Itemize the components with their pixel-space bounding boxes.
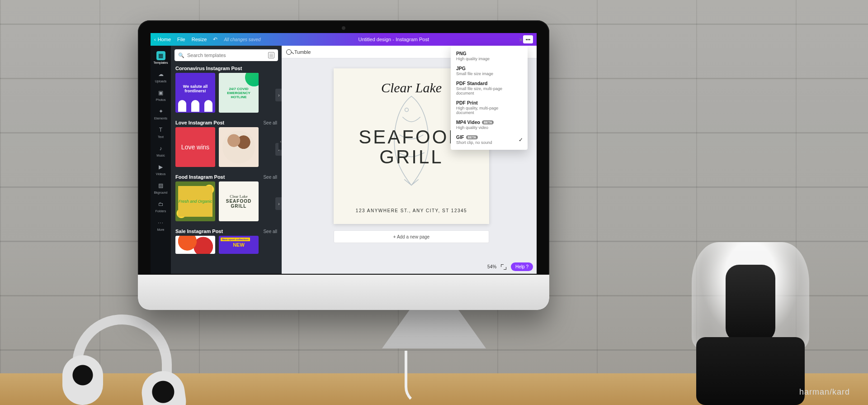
export-option-pdf-standard[interactable]: PDF StandardSmall file size, multi-page … [451, 78, 528, 98]
section-head-0: Coronavirus Instagram Post [171, 63, 282, 73]
nav-photos[interactable]: ▣ Photos [151, 86, 171, 103]
template-search[interactable]: 🔍 [175, 49, 278, 61]
search-icon: 🔍 [178, 52, 184, 58]
templates-icon: ▦ [156, 51, 165, 60]
imac-monitor: ‹ Home File Resize ↶ All changes saved U… [138, 20, 549, 310]
speaker-brand-text: harman/kard [799, 387, 850, 397]
elements-icon: ✦ [156, 107, 165, 116]
nav-folders[interactable]: 🗀 Folders [151, 197, 171, 214]
nav-bkground[interactable]: ▨ Bkground [151, 178, 171, 196]
nav-label: Elements [154, 117, 167, 120]
resize-menu[interactable]: Resize [192, 37, 207, 42]
music-icon: ♪ [156, 144, 165, 153]
webcam-dot [342, 26, 345, 30]
nav-videos[interactable]: ▶ Videos [151, 160, 171, 177]
see-all-link[interactable]: See all [263, 120, 277, 125]
add-page-button[interactable]: + Add a new page [334, 230, 489, 243]
nav-label: Templates [154, 61, 168, 64]
nav-text[interactable]: T Text [151, 123, 171, 140]
nav-label: Music [156, 154, 165, 157]
close-icon[interactable]: × [517, 36, 525, 44]
nav-label: Bkground [154, 191, 168, 194]
nav-more[interactable]: ··· More [151, 215, 171, 233]
uploads-icon: ☁ [156, 70, 165, 79]
headphones-prop [54, 296, 190, 405]
text-icon: T [156, 125, 165, 134]
beta-badge: BETA [482, 120, 494, 124]
nav-label: Videos [156, 172, 165, 176]
export-option-mp4-video[interactable]: MP4 VideoBETAHigh quality video [451, 117, 528, 132]
template-thumb[interactable]: We salute all frontliners! [175, 73, 215, 113]
photos-icon: ▣ [156, 88, 165, 97]
section-head-1: Love Instagram Post See all [171, 117, 282, 127]
nav-label: Folders [156, 210, 166, 213]
nav-uploads[interactable]: ☁ Uploads [151, 67, 171, 85]
section-name: Food Instagram Post [175, 174, 225, 180]
app-screen: ‹ Home File Resize ↶ All changes saved U… [151, 33, 537, 274]
left-nav-rail: ▦ Templates☁ Uploads▣ Photos✦ ElementsT … [151, 46, 171, 274]
nav-templates[interactable]: ▦ Templates [151, 48, 171, 66]
export-option-jpg[interactable]: JPGSmall file size image [451, 63, 528, 78]
document-title[interactable]: Untitled design - Instagram Post [358, 37, 429, 42]
speaker-prop: harman/kard [692, 242, 809, 405]
export-option-pdf-print[interactable]: PDF PrintHigh quality, multi-page docume… [451, 98, 528, 117]
effect-label[interactable]: Tumble [294, 49, 311, 55]
home-button[interactable]: ‹ Home [154, 37, 171, 42]
nav-label: Photos [156, 98, 166, 101]
template-thumb[interactable]: New sport collection NEW [219, 236, 259, 254]
beta-badge: BETA [466, 135, 478, 139]
save-status: All changes saved [224, 37, 260, 42]
filter-icon[interactable] [268, 52, 274, 58]
check-icon: ✓ [519, 137, 523, 143]
monitor-chin [138, 275, 549, 310]
chevron-left-icon: ‹ [154, 37, 156, 42]
dots-icon: ••• [526, 37, 531, 42]
file-menu[interactable]: File [177, 37, 185, 42]
template-thumb[interactable] [219, 127, 259, 167]
section-head-3: Sale Instagram Post See all [171, 226, 282, 236]
section-name: Sale Instagram Post [175, 229, 223, 234]
row-next-icon[interactable]: › [275, 89, 282, 101]
nav-label: More [157, 228, 165, 231]
effect-wand-icon[interactable] [286, 49, 292, 55]
export-option-png[interactable]: PNGHigh quality image [451, 48, 528, 63]
zoom-controls: 54% Help ? [487, 262, 533, 271]
see-all-link[interactable]: See all [263, 175, 277, 180]
address-text[interactable]: 123 ANYWHERE ST., ANY CITY, ST 12345 [356, 208, 467, 213]
help-button[interactable]: Help ? [511, 262, 533, 271]
svg-point-0 [405, 108, 409, 112]
bkground-icon: ▨ [156, 181, 165, 190]
search-input[interactable] [187, 52, 265, 58]
nav-label: Text [158, 135, 164, 138]
folders-icon: 🗀 [156, 200, 165, 209]
template-thumb[interactable]: 24/7 COVID EMERGENCY HOTLINE [219, 73, 259, 113]
nav-music[interactable]: ♪ Music [151, 141, 171, 159]
monitor-cable [405, 351, 441, 405]
section-head-2: Food Instagram Post See all [171, 172, 282, 181]
headline-text[interactable]: SEAFOOD GRILL [359, 127, 464, 167]
templates-panel: 🔍 Coronavirus Instagram Post We salute a… [171, 46, 282, 274]
more-icon: ··· [156, 218, 165, 227]
export-format-dropdown[interactable]: × PNGHigh quality imageJPGSmall file siz… [451, 46, 528, 150]
home-label: Home [158, 37, 171, 42]
section-name: Love Instagram Post [175, 120, 224, 125]
template-thumb[interactable]: Fresh and Organic [175, 181, 215, 221]
videos-icon: ▶ [156, 162, 165, 172]
zoom-percent[interactable]: 54% [487, 264, 496, 269]
row-next-icon[interactable]: › [275, 197, 282, 210]
template-thumb[interactable]: Clear Lake SEAFOOD GRILL [219, 181, 259, 221]
nav-label: Uploads [155, 80, 167, 83]
fullscreen-icon[interactable] [501, 264, 506, 270]
nav-elements[interactable]: ✦ Elements [151, 104, 171, 122]
undo-icon[interactable]: ↶ [213, 36, 217, 43]
template-thumb[interactable]: Love wins [175, 127, 215, 167]
see-all-link[interactable]: See all [263, 229, 277, 234]
export-option-gif[interactable]: GIFBETAShort clip, no sound✓ [451, 132, 528, 147]
section-name: Coronavirus Instagram Post [175, 66, 242, 71]
template-thumb[interactable] [175, 236, 215, 254]
app-topbar: ‹ Home File Resize ↶ All changes saved U… [151, 33, 537, 46]
